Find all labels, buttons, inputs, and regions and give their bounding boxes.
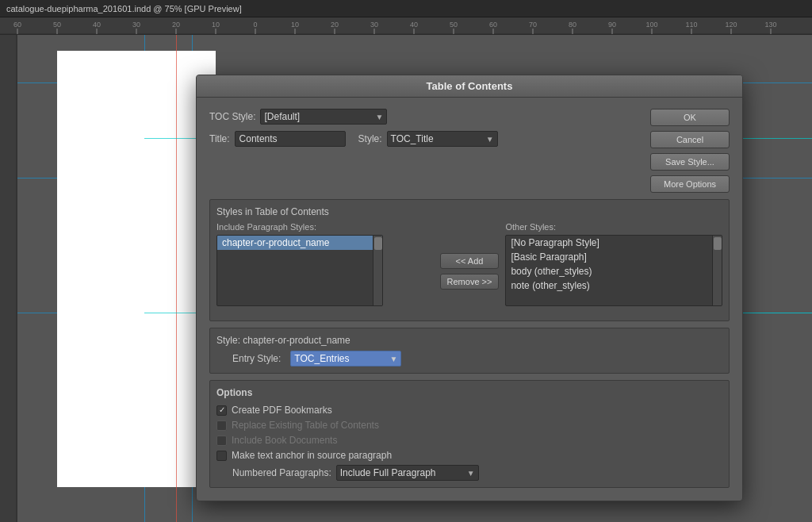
svg-text:110: 110 [685,21,697,29]
create-pdf-row: Create PDF Bookmarks [216,405,722,416]
svg-text:80: 80 [569,21,576,29]
svg-text:120: 120 [725,21,737,29]
replace-toc-label: Replace Existing Table of Contents [232,420,379,431]
style-detail-section: Style: chapter-or-product_name Entry Sty… [209,328,730,374]
other-style-item-2[interactable]: [Basic Paragraph] [506,250,722,264]
svg-text:20: 20 [331,21,339,29]
numbered-select[interactable]: Include Full Paragraph ▼ [336,465,479,481]
styles-section-label: Styles in Table of Contents [216,206,722,217]
create-pdf-label: Create PDF Bookmarks [232,405,332,416]
include-style-item-1[interactable]: chapter-or-product_name [217,236,382,250]
svg-text:100: 100 [645,21,657,29]
dialog-title: Table of Contents [427,80,513,92]
include-book-label: Include Book Documents [232,435,337,446]
svg-text:40: 40 [410,21,418,29]
entry-style-label: Entry Style: [232,353,281,364]
other-styles-panel: Other Styles: [No Paragraph Style] [Basi… [505,222,722,306]
add-button[interactable]: << Add [440,253,500,269]
numbered-paragraphs-row: Numbered Paragraphs: Include Full Paragr… [216,465,722,481]
title-row: Title: Style: TOC_Title ▼ [209,131,644,147]
other-style-item-3[interactable]: body (other_styles) [506,264,722,278]
other-style-item-4[interactable]: note (other_styles) [506,278,722,293]
title-bar: catalogue-duepipharma_201601.indd @ 75% … [0,0,812,17]
bleed-guide [176,35,177,522]
svg-text:30: 30 [370,21,378,29]
svg-text:90: 90 [608,21,616,29]
include-list-thumb [374,237,382,250]
style-detail-label: Style: chapter-or-product_name [216,335,722,346]
add-remove-buttons: << Add Remove >> [440,222,500,306]
svg-text:60: 60 [13,21,21,29]
style-label: Style: [358,133,382,144]
replace-toc-checkbox[interactable] [216,420,227,431]
other-list-thumb [714,237,722,250]
include-book-row: Include Book Documents [216,435,722,446]
dialog-container: Table of Contents TOC Style: [Default] [196,75,743,501]
make-anchor-row: Make text anchor in source paragraph [216,450,722,461]
svg-rect-42 [0,35,17,522]
dialog-titlebar: Table of Contents [197,75,742,98]
svg-text:10: 10 [212,21,220,29]
svg-text:10: 10 [291,21,299,29]
cancel-button[interactable]: Cancel [650,131,730,148]
include-styles-label: Include Paragraph Styles: [216,222,434,232]
include-styles-panel: Include Paragraph Styles: chapter-or-pro… [216,222,434,306]
svg-text:40: 40 [93,21,101,29]
include-list-scrollbar[interactable] [373,236,382,305]
horizontal-ruler: 60 50 40 30 20 10 0 10 20 30 40 50 60 [0,17,812,35]
style-select[interactable]: TOC_Title ▼ [387,131,498,147]
vertical-ruler [0,35,17,522]
styles-area: Include Paragraph Styles: chapter-or-pro… [216,222,722,306]
toc-style-label: TOC Style: [209,111,255,122]
replace-toc-row: Replace Existing Table of Contents [216,420,722,431]
make-anchor-label: Make text anchor in source paragraph [232,450,392,461]
remove-button[interactable]: Remove >> [440,274,500,290]
numbered-value: Include Full Paragraph [340,467,436,478]
ok-button[interactable]: OK [650,109,730,126]
other-style-item-1[interactable]: [No Paragraph Style] [506,236,722,250]
dialog-buttons: OK Cancel Save Style... More Options [650,109,730,193]
svg-text:60: 60 [489,21,497,29]
make-anchor-checkbox[interactable] [216,451,227,461]
canvas-area: Table of Contents TOC Style: [Default] [17,35,812,522]
svg-text:50: 50 [450,21,458,29]
toc-dialog: Table of Contents TOC Style: [Default] [196,75,743,501]
svg-text:20: 20 [172,21,180,29]
entry-style-row: Entry Style: TOC_Entries ▼ [232,351,722,367]
svg-text:130: 130 [764,21,776,29]
title-label: Title: [209,133,230,144]
other-styles-label: Other Styles: [505,222,722,232]
svg-text:0: 0 [253,21,257,29]
other-styles-list[interactable]: [No Paragraph Style] [Basic Paragraph] b… [505,235,722,306]
toc-style-select[interactable]: [Default] ▼ [260,109,387,125]
entry-style-arrow-icon: ▼ [389,355,397,363]
numbered-label: Numbered Paragraphs: [232,467,331,478]
create-pdf-checkbox[interactable] [216,405,227,416]
svg-text:30: 30 [132,21,140,29]
more-options-button[interactable]: More Options [650,175,730,193]
entry-style-value: TOC_Entries [294,353,349,364]
title-input[interactable] [235,131,346,147]
page-canvas [57,51,216,487]
include-book-checkbox[interactable] [216,436,227,446]
toc-style-value: [Default] [264,111,300,122]
other-list-scrollbar[interactable] [712,236,722,305]
svg-text:50: 50 [53,21,61,29]
toc-style-arrow-icon: ▼ [376,113,384,121]
options-label: Options [216,387,722,398]
style-value: TOC_Title [391,133,434,144]
save-style-button[interactable]: Save Style... [650,153,730,171]
numbered-arrow-icon: ▼ [467,469,475,478]
title-bar-text: catalogue-duepipharma_201601.indd @ 75% … [6,4,242,13]
options-section: Options Create PDF Bookmarks Replace Exi… [209,380,730,488]
toc-style-row: TOC Style: [Default] ▼ [209,109,644,125]
svg-text:70: 70 [529,21,537,29]
include-styles-list[interactable]: chapter-or-product_name [216,235,383,306]
entry-style-select[interactable]: TOC_Entries ▼ [290,351,401,367]
style-arrow-icon: ▼ [486,135,494,144]
